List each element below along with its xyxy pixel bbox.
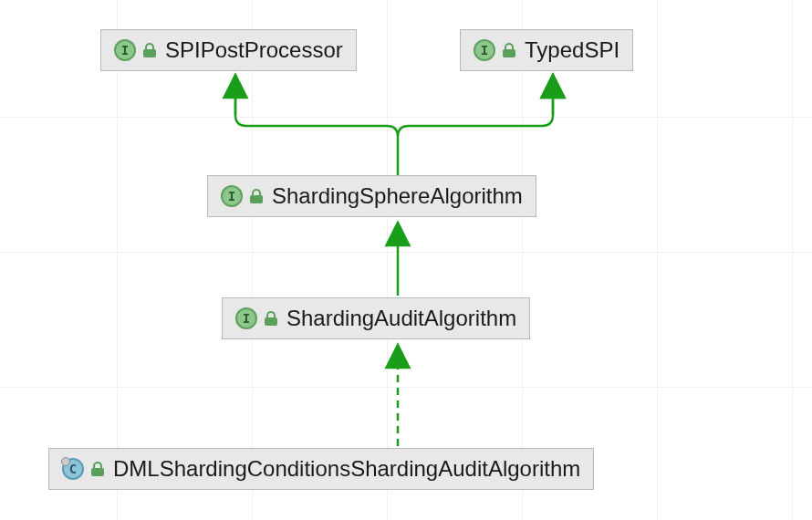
abstract-marker-icon xyxy=(61,457,70,466)
connector-layer xyxy=(0,0,812,520)
interface-icon: I xyxy=(221,185,243,207)
node-dml-sharding-conditions[interactable]: C DMLShardingConditionsShardingAuditAlgo… xyxy=(48,448,594,490)
final-lock-icon xyxy=(503,43,515,57)
interface-icon: I xyxy=(235,307,257,329)
edge-ssa-to-parents xyxy=(235,75,553,175)
final-lock-icon xyxy=(143,43,156,57)
final-lock-icon xyxy=(250,189,263,203)
class-icon: C xyxy=(62,458,84,480)
final-lock-icon xyxy=(91,462,104,476)
node-label: ShardingAuditAlgorithm xyxy=(286,306,516,331)
node-spi-post-processor[interactable]: I SPIPostProcessor xyxy=(100,29,357,71)
node-sharding-sphere-algorithm[interactable]: I ShardingSphereAlgorithm xyxy=(207,175,536,217)
node-typed-spi[interactable]: I TypedSPI xyxy=(460,29,633,71)
final-lock-icon xyxy=(265,311,277,326)
interface-icon: I xyxy=(474,39,495,61)
node-label: ShardingSphereAlgorithm xyxy=(272,183,523,209)
node-label: SPIPostProcessor xyxy=(165,37,343,63)
node-label: TypedSPI xyxy=(525,37,619,63)
node-label: DMLShardingConditionsShardingAuditAlgori… xyxy=(113,456,580,482)
interface-icon: I xyxy=(114,39,136,61)
node-sharding-audit-algorithm[interactable]: I ShardingAuditAlgorithm xyxy=(222,297,530,339)
